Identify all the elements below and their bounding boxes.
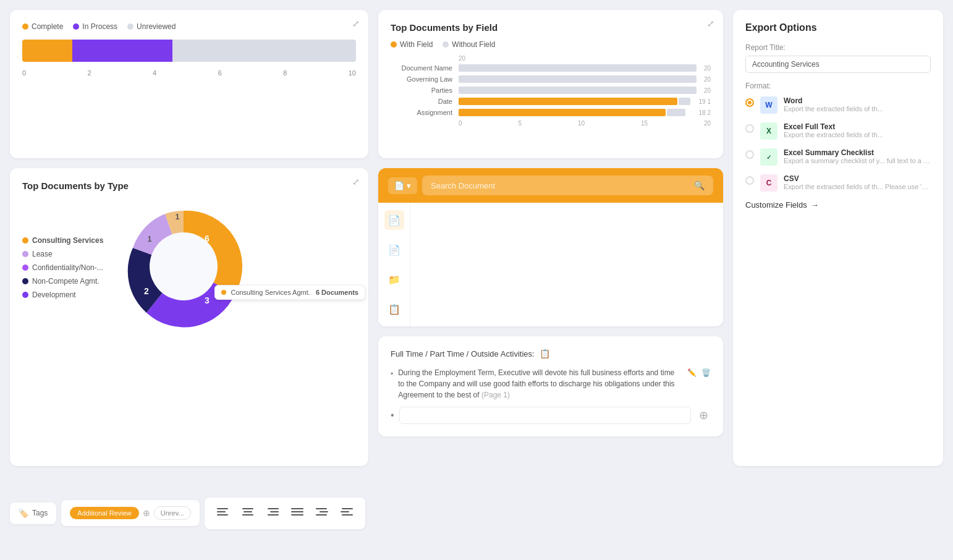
tags-item: 🏷️ Tags — [10, 503, 56, 524]
field-bars-governing — [459, 75, 701, 83]
svg-rect-3 — [242, 508, 253, 509]
tag-icon: 🏷️ — [19, 509, 28, 518]
field-bars-date — [459, 98, 697, 105]
radio-csv[interactable] — [745, 176, 754, 185]
search-icon-docs[interactable]: 📋 — [384, 299, 404, 319]
label-with-field: With Field — [400, 40, 433, 49]
field-label-governing: Governing Law — [391, 75, 459, 83]
customize-fields-link[interactable]: Customize Fields → — [745, 200, 931, 210]
legend-dot-unreviewed — [127, 23, 133, 30]
add-row: • ⊕ — [391, 407, 711, 424]
align-right-btn[interactable] — [264, 505, 281, 522]
svg-rect-16 — [341, 511, 349, 512]
tooltip-dot — [221, 290, 226, 295]
field-axis-top: 20 — [459, 55, 711, 62]
add-button[interactable]: ⊕ — [696, 408, 711, 423]
mid-col-row2: 📄 ▾ Search Document 🔍 📄 📄 📁 📋 — [378, 168, 723, 466]
align-justify-btn[interactable] — [289, 505, 306, 522]
legend-with-field: With Field — [391, 40, 433, 49]
align-center-btn[interactable] — [239, 505, 256, 522]
search-icon-doc1[interactable]: 📄 — [384, 210, 404, 230]
donut-area: Consulting Services Lease Confidentialit… — [22, 198, 356, 337]
radio-excel-full[interactable] — [745, 124, 754, 133]
search-body: 📄 📄 📁 📋 — [378, 203, 723, 326]
expand-icon-field[interactable]: ⤢ — [707, 19, 714, 28]
field-axis-bottom: 0 5 10 15 20 — [459, 120, 711, 127]
align-left-btn[interactable] — [214, 505, 232, 522]
svg-rect-10 — [291, 511, 303, 512]
bar-date-orange — [459, 98, 677, 105]
legend-lease: Lease — [22, 250, 103, 258]
legend-development: Development — [22, 291, 103, 299]
svg-rect-8 — [268, 514, 279, 515]
format-excelsummary-desc: Export a summary checklist of y... full … — [784, 157, 931, 164]
indent-left-btn[interactable] — [313, 505, 331, 522]
search-doc-button[interactable]: 📄 ▾ — [388, 177, 417, 194]
badge-additional-review[interactable]: Additional Review — [70, 507, 138, 519]
expand-icon[interactable]: ⤢ — [352, 19, 360, 28]
report-title-input[interactable] — [745, 56, 931, 73]
fulltime-title-text: Full Time / Part Time / Outside Activiti… — [391, 349, 535, 358]
bar-complete — [22, 40, 72, 62]
dot-with-field — [391, 41, 397, 48]
format-excelfull-text: Excel Full Text Export the extracted fie… — [784, 122, 931, 138]
field-row-docname: Document Name 20 — [391, 64, 711, 72]
delete-icon[interactable]: 🗑️ — [701, 367, 711, 378]
field-bars-assignment — [459, 109, 697, 116]
icon-word: W — [760, 96, 777, 114]
format-option-excel-full[interactable]: X Excel Full Text Export the extracted f… — [745, 122, 931, 140]
search-icon-folder[interactable]: 📁 — [384, 269, 404, 289]
format-excelfull-name: Excel Full Text — [784, 122, 931, 131]
field-label-date: Date — [391, 98, 459, 105]
legend-complete: Complete — [22, 22, 63, 31]
radio-word[interactable] — [745, 98, 754, 107]
svg-rect-13 — [320, 511, 328, 512]
svg-rect-12 — [316, 508, 327, 509]
field-label-docname: Document Name — [391, 64, 459, 72]
dot-lease — [22, 251, 28, 257]
icon-excel-full: X — [760, 122, 777, 140]
legend-confidentiality: Confidentiality/Non-... — [22, 263, 103, 272]
add-input[interactable] — [399, 407, 691, 424]
arrow-icon: → — [811, 200, 819, 210]
legend-noncompete: Non-Compete Agmt. — [22, 277, 103, 286]
search-icons-col: 📄 📄 📁 📋 — [378, 203, 410, 326]
search-placeholder: Search Document — [431, 181, 694, 190]
fulltime-icon: 📋 — [540, 349, 550, 358]
svg-rect-6 — [268, 508, 279, 509]
svg-rect-0 — [217, 508, 228, 509]
tooltip-value: 6 Documents — [316, 289, 358, 296]
bar-assignment-orange — [459, 109, 666, 116]
search-input-wrap[interactable]: Search Document 🔍 — [422, 176, 713, 195]
status-chart-card: ⤢ Complete In Process Unreviewed 0 2 4 — [10, 10, 368, 158]
edit-icon[interactable]: ✏️ — [687, 367, 697, 378]
top-by-field-card: ⤢ Top Documents by Field With Field With… — [378, 10, 723, 158]
expand-icon-type[interactable]: ⤢ — [352, 177, 360, 187]
label-2: 2 — [144, 286, 149, 296]
top-by-type-card: ⤢ Top Documents by Type Consulting Servi… — [10, 168, 368, 466]
label-lease: Lease — [32, 250, 53, 258]
export-options-card: Export Options Report Title: Format: W W… — [733, 10, 943, 466]
format-csv-desc: Export the extracted fields of th... Ple… — [784, 183, 931, 190]
legend-label-unreviewed: Unreviewed — [137, 22, 176, 31]
label-without-field: Without Field — [452, 40, 495, 49]
indent-right-btn[interactable] — [338, 505, 355, 522]
format-word-name: Word — [784, 96, 931, 105]
bullet-dot: • — [391, 368, 393, 380]
svg-rect-14 — [316, 514, 327, 515]
badge-icon[interactable]: ⊕ — [143, 508, 150, 518]
field-row-governing: Governing Law 20 — [391, 75, 711, 83]
bottom-mid-spacer — [378, 476, 723, 550]
field-row-date: Date 19 1 — [391, 98, 711, 105]
radio-excel-summary[interactable] — [745, 150, 754, 159]
label-development: Development — [32, 291, 76, 299]
donut-tooltip: Consulting Services Agmt. 6 Documents — [214, 285, 365, 300]
format-option-csv[interactable]: C CSV Export the extracted fields of th.… — [745, 174, 931, 192]
format-option-word[interactable]: W Word Export the extracted fields of th… — [745, 96, 931, 114]
search-content-area — [410, 203, 723, 326]
bottom-left-row: 🏷️ Tags Additional Review ⊕ Unrev... — [10, 476, 368, 550]
format-csv-text: CSV Export the extracted fields of th...… — [784, 174, 931, 190]
format-option-excel-summary[interactable]: ✓ Excel Summary Checklist Export a summa… — [745, 148, 931, 166]
svg-rect-17 — [342, 514, 353, 515]
search-icon-doc2[interactable]: 📄 — [384, 240, 404, 260]
